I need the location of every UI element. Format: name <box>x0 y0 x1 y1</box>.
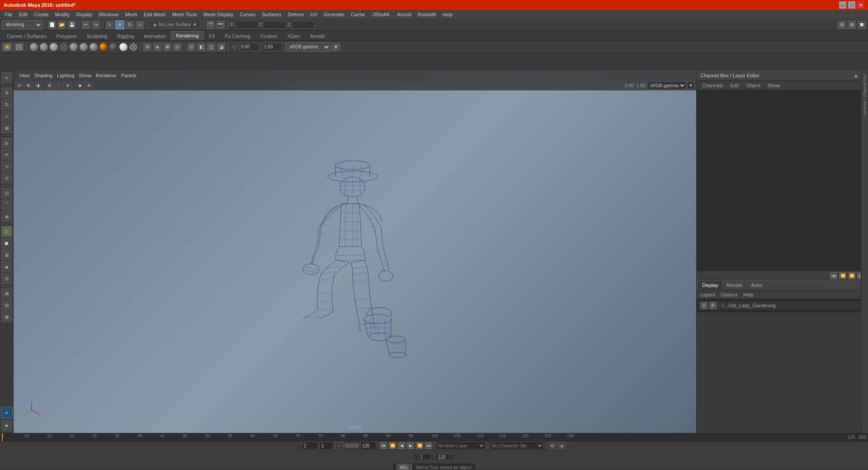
lights-button[interactable]: ◫ <box>207 42 216 52</box>
character-set-dropdown[interactable]: No Character Set <box>490 442 544 450</box>
sculpt-lt[interactable]: ∿ <box>1 161 12 172</box>
lt-tool-7[interactable]: ⊟ <box>1 300 12 310</box>
layer-playback-btn[interactable]: P <box>709 302 717 309</box>
vc-normals[interactable]: ↑ <box>55 81 63 89</box>
gamma-arrow-button[interactable]: ▼ <box>331 42 340 52</box>
close-button[interactable]: ✕ <box>857 1 864 9</box>
render-current-button[interactable] <box>2 42 13 52</box>
material-sphere-orange[interactable] <box>99 43 108 51</box>
menu-redshift[interactable]: Redshift <box>415 11 439 18</box>
lt-tool-6[interactable]: ⊞ <box>1 288 12 299</box>
menu-generate[interactable]: Generate <box>321 11 347 18</box>
render-view-button[interactable]: 🎬 <box>206 20 215 29</box>
gamma-select[interactable]: sRGB gamma <box>648 81 686 89</box>
vc-uvs[interactable]: ⊗ <box>64 81 72 89</box>
rotate-tool-button[interactable]: ↻ <box>125 20 134 29</box>
vp-menu-show[interactable]: Show <box>77 72 94 79</box>
lt-bottom-btn[interactable]: ▼ <box>1 420 12 431</box>
vc-perspective[interactable]: ⊡ <box>15 81 24 89</box>
layer-tab-display[interactable]: Display <box>698 281 722 289</box>
scale-lt[interactable]: ⤢ <box>1 111 12 122</box>
transport-next[interactable]: ⏩ <box>848 272 855 279</box>
range-start-input[interactable] <box>418 454 432 460</box>
menu-deform[interactable]: Deform <box>285 11 307 18</box>
vc-snap[interactable]: ⊕ <box>85 81 93 89</box>
z-input[interactable] <box>292 21 315 29</box>
viewport[interactable]: View Shading Lighting Show Renderer Pane… <box>14 70 696 433</box>
snap-point-lt[interactable]: ⊕ <box>1 211 12 222</box>
play-backward[interactable]: ◀ <box>398 442 405 449</box>
menu-file[interactable]: File <box>2 11 15 18</box>
menu-modify[interactable]: Modify <box>52 11 72 18</box>
material-sphere-dark[interactable] <box>109 43 118 51</box>
tab-polygons[interactable]: Polygons <box>51 32 81 40</box>
layer-row-0[interactable]: V P / /:...Old_Lady_Gardening <box>698 301 866 310</box>
ipr-render-button[interactable] <box>14 42 24 52</box>
tab-animation[interactable]: Animation <box>139 32 171 40</box>
layer-tab-render[interactable]: Render <box>723 281 746 289</box>
vc-camera[interactable]: ◉ <box>76 81 84 89</box>
redo-button[interactable]: ↪ <box>91 20 100 29</box>
camera-button[interactable]: ◧ <box>197 42 206 52</box>
lt-render-4[interactable]: ◈ <box>1 261 12 272</box>
cb-tab-channels[interactable]: Channels <box>700 82 725 89</box>
select-tool-button[interactable]: ↖ <box>105 20 114 29</box>
end-frame-input[interactable] <box>360 442 376 450</box>
tab-fx[interactable]: FX <box>204 32 220 40</box>
range-end-input[interactable] <box>436 454 450 460</box>
transport-prev-prev[interactable]: ⏮ <box>830 272 837 279</box>
range-scrubber[interactable] <box>434 455 434 459</box>
lt-render-3[interactable]: ⊞ <box>1 249 12 260</box>
shadow-button[interactable]: ◪ <box>217 42 226 52</box>
vc-grid[interactable]: ⊞ <box>46 81 54 89</box>
float-input[interactable] <box>239 43 259 51</box>
channel-box-expand[interactable]: ▲ <box>854 72 859 78</box>
gamma-dropdown[interactable]: sRGB gamma <box>285 42 330 52</box>
prev-frame[interactable]: ⏪ <box>389 442 396 449</box>
timeline-settings[interactable]: ⚙ <box>548 442 556 450</box>
snap-curve-lt[interactable]: ⌒ <box>1 199 12 210</box>
go-to-start[interactable]: ⏮ <box>380 442 387 449</box>
frame-step-input[interactable] <box>320 442 333 450</box>
gamma-dropdown-btn[interactable]: ▼ <box>687 81 694 89</box>
save-file-button[interactable]: 💾 <box>67 20 76 29</box>
layer-sub-help[interactable]: Help <box>743 292 754 297</box>
vc-shaded[interactable]: ◨ <box>33 81 42 89</box>
tab-arnold[interactable]: Arnold <box>305 32 330 40</box>
undo-button[interactable]: ↩ <box>81 20 90 29</box>
tab-rigging[interactable]: Rigging <box>112 32 139 40</box>
x-input[interactable] <box>236 21 258 29</box>
maximize-button[interactable]: □ <box>848 1 855 9</box>
current-frame-input[interactable] <box>302 442 318 450</box>
render-settings-button[interactable]: ⚙ <box>143 42 152 52</box>
soft-mod-lt[interactable]: ◎ <box>1 137 12 148</box>
live-surface-button[interactable]: ◈ No Live Surface ▼ <box>149 21 201 28</box>
lt-render-1[interactable]: ⬡ <box>1 226 12 237</box>
vp-menu-view[interactable]: View <box>17 72 32 79</box>
scene-view-button[interactable]: ⊡ <box>187 42 196 52</box>
show-manip-lt[interactable]: ⊙ <box>1 173 12 183</box>
snapshot-button[interactable]: 📷 <box>216 20 225 29</box>
material-sphere-line[interactable] <box>90 43 98 51</box>
paint-lt[interactable]: ✏ <box>1 149 12 160</box>
menu-edit-mesh[interactable]: Edit Mesh <box>141 11 169 18</box>
texture-button[interactable]: ◎ <box>173 42 182 52</box>
cb-tab-object[interactable]: Object <box>744 82 762 89</box>
tab-custom[interactable]: Custom <box>255 32 283 40</box>
move-tool-button[interactable]: ✛ <box>115 20 124 29</box>
open-file-button[interactable]: 📂 <box>57 20 66 29</box>
select-tool-lt[interactable]: ↖ <box>1 72 12 83</box>
render-view2-button[interactable]: 🖥 <box>163 42 172 52</box>
vp-menu-lighting[interactable]: Lighting <box>55 72 76 79</box>
menu-mesh[interactable]: Mesh <box>123 11 140 18</box>
menu-cache[interactable]: Cache <box>348 11 368 18</box>
vp-menu-shading[interactable]: Shading <box>33 72 54 79</box>
material-sphere-grid[interactable] <box>60 43 68 51</box>
menu-mesh-tools[interactable]: Mesh Tools <box>170 11 200 18</box>
vc-wireframe[interactable]: ⊠ <box>24 81 33 89</box>
menu-surfaces[interactable]: Surfaces <box>259 11 284 18</box>
move-lt[interactable]: ✛ <box>1 87 12 98</box>
menu-curves[interactable]: Curves <box>237 11 258 18</box>
vp-menu-panels[interactable]: Panels <box>119 72 138 79</box>
next-frame[interactable]: ⏩ <box>416 442 423 449</box>
